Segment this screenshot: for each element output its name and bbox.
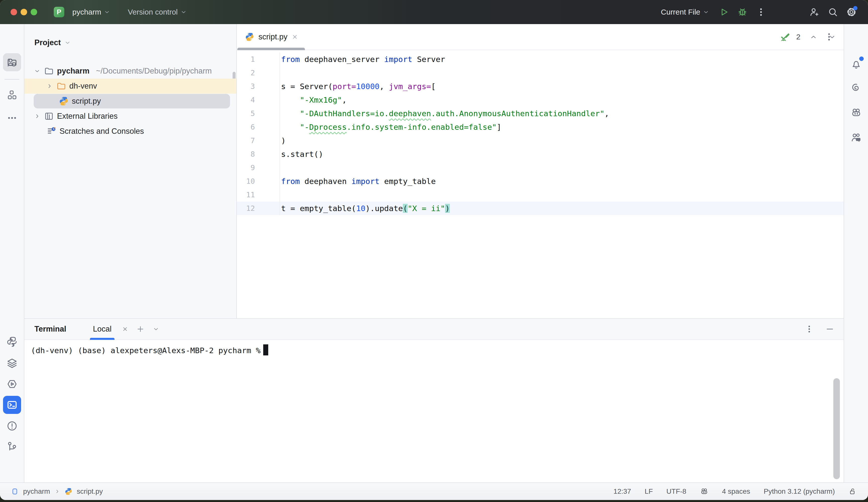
tool-structure-button[interactable] bbox=[3, 86, 21, 104]
project-menu[interactable]: pycharm bbox=[69, 5, 114, 19]
tree-item-label: pycharm bbox=[57, 66, 90, 75]
notification-badge bbox=[859, 56, 864, 61]
code-line-2[interactable]: 2 bbox=[237, 66, 844, 80]
chevron-right-icon bbox=[46, 82, 53, 90]
code-with-me-panel-button[interactable] bbox=[847, 129, 865, 147]
chevron-right-icon bbox=[54, 488, 61, 495]
project-menu-label: pycharm bbox=[72, 8, 101, 16]
code-line-9[interactable]: 9 bbox=[237, 161, 844, 175]
strip-divider bbox=[4, 79, 19, 80]
folder-icon bbox=[44, 66, 54, 76]
new-terminal-tab-button[interactable] bbox=[136, 325, 145, 333]
code-line-7[interactable]: 7) bbox=[237, 134, 844, 147]
tool-python-packages-button[interactable] bbox=[3, 354, 21, 372]
tree-item-label: Scratches and Consoles bbox=[60, 127, 144, 136]
hide-terminal-button[interactable] bbox=[825, 324, 835, 334]
folder-icon bbox=[56, 81, 66, 91]
code-line-8[interactable]: 8s.start() bbox=[237, 147, 844, 161]
breadcrumb-file[interactable]: script.py bbox=[76, 488, 103, 495]
code-line-1[interactable]: 1from deephaven_server import Server bbox=[237, 52, 844, 66]
search-icon bbox=[827, 7, 838, 18]
project-tool-window: Project pycharm ~/Documents/Debug/pip/py… bbox=[24, 24, 237, 318]
code-editor[interactable]: 1from deephaven_server import Server23s … bbox=[237, 50, 844, 318]
project-widget-icon[interactable] bbox=[11, 487, 19, 496]
next-highlight-button[interactable] bbox=[828, 32, 837, 41]
lock-widget[interactable] bbox=[848, 487, 857, 496]
code-with-me-button[interactable] bbox=[806, 4, 822, 20]
chevron-right-icon bbox=[33, 113, 41, 120]
debug-button[interactable] bbox=[734, 4, 751, 20]
run-configuration-selector[interactable]: Current File bbox=[657, 5, 713, 19]
chevron-down-icon bbox=[103, 8, 111, 16]
python-file-icon bbox=[59, 96, 69, 106]
terminal-tool-window: Terminal Local bbox=[24, 318, 844, 482]
project-panel-title[interactable]: Project bbox=[34, 38, 61, 47]
more-actions-button[interactable] bbox=[753, 4, 769, 20]
terminal-output[interactable]: (dh-venv) (base) alexpeters@Alexs-MBP-2 … bbox=[24, 340, 844, 482]
zoom-window-button[interactable] bbox=[31, 9, 37, 15]
previous-highlight-button[interactable] bbox=[809, 32, 818, 41]
tool-learn-button[interactable] bbox=[3, 56, 21, 69]
close-tab-icon[interactable] bbox=[291, 33, 298, 40]
terminal-scrollbar-thumb[interactable] bbox=[833, 378, 840, 479]
search-everywhere-button[interactable] bbox=[825, 4, 841, 20]
tool-version-control-button[interactable] bbox=[3, 438, 21, 456]
code-line-12[interactable]: 12t = empty_table(10).update("X = ii") bbox=[237, 201, 844, 215]
python-console-icon bbox=[6, 336, 18, 348]
close-terminal-tab-button[interactable] bbox=[122, 326, 128, 333]
terminal-tab-dropdown-button[interactable] bbox=[152, 325, 160, 333]
code-line-6[interactable]: 6 "-Dprocess.info.system-info.enabled=fa… bbox=[237, 120, 844, 134]
terminal-header: Terminal Local bbox=[24, 319, 844, 340]
version-control-menu[interactable]: Version control bbox=[124, 5, 190, 19]
title-bar: P pycharm Version control Current File bbox=[0, 0, 868, 24]
close-window-button[interactable] bbox=[11, 9, 17, 15]
right-tool-strip bbox=[844, 24, 868, 482]
tree-item-project-root[interactable]: pycharm ~/Documents/Debug/pip/pycharm bbox=[24, 63, 236, 79]
more-tool-windows-button[interactable] bbox=[3, 109, 21, 127]
terminal-tab-local[interactable]: Local bbox=[90, 319, 114, 339]
code-line-3[interactable]: 3s = Server(port=10000, jvm_args=[ bbox=[237, 80, 844, 93]
scratches-icon bbox=[46, 126, 56, 136]
tree-item-script-py[interactable]: script.py bbox=[24, 94, 236, 109]
ai-status-button[interactable] bbox=[700, 487, 709, 496]
terminal-panel-title[interactable]: Terminal bbox=[34, 325, 66, 334]
code-line-4[interactable]: 4 "-Xmx16g", bbox=[237, 93, 844, 107]
settings-notification-badge bbox=[853, 6, 857, 10]
chevron-down-icon bbox=[180, 8, 187, 16]
indent-widget[interactable]: 4 spaces bbox=[722, 488, 750, 495]
layers-icon bbox=[6, 357, 18, 369]
code-line-11[interactable]: 11 bbox=[237, 188, 844, 201]
pycharm-logo: P bbox=[54, 7, 64, 17]
run-configuration-label: Current File bbox=[661, 8, 700, 16]
tree-item-scratches[interactable]: Scratches and Consoles bbox=[24, 124, 236, 139]
robot-icon bbox=[850, 107, 862, 118]
tool-services-button[interactable] bbox=[3, 375, 21, 393]
tool-problems-button[interactable] bbox=[3, 417, 21, 435]
tool-terminal-button[interactable] bbox=[3, 396, 21, 414]
chevron-down-icon bbox=[152, 325, 160, 333]
code-line-10[interactable]: 10from deephaven import empty_table bbox=[237, 175, 844, 188]
pycharm-window: P pycharm Version control Current File bbox=[0, 0, 868, 500]
lock-open-icon bbox=[848, 487, 857, 496]
breadcrumb-project[interactable]: pycharm bbox=[23, 488, 50, 495]
terminal-icon bbox=[6, 399, 18, 411]
minimize-window-button[interactable] bbox=[21, 9, 27, 15]
ai-assistant-button[interactable] bbox=[847, 79, 865, 97]
terminal-options-button[interactable] bbox=[805, 324, 814, 334]
tool-python-console-button[interactable] bbox=[3, 333, 21, 351]
python-file-icon bbox=[245, 32, 255, 42]
run-button[interactable] bbox=[716, 4, 732, 20]
cursor-position-widget[interactable]: 12:37 bbox=[613, 488, 631, 495]
tree-item-dh-venv[interactable]: dh-venv bbox=[24, 79, 236, 94]
tree-item-external-libraries[interactable]: External Libraries bbox=[24, 109, 236, 124]
settings-button[interactable] bbox=[844, 4, 859, 20]
encoding-widget[interactable]: UTF-8 bbox=[666, 488, 686, 495]
line-ending-widget[interactable]: LF bbox=[645, 488, 653, 495]
coding-agents-button[interactable] bbox=[847, 104, 865, 122]
code-line-5[interactable]: 5 "-DAuthHandlers=io.deephaven.auth.Anon… bbox=[237, 107, 844, 120]
inspections-widget[interactable]: 2 bbox=[779, 31, 837, 43]
tab-script-py[interactable]: script.py bbox=[237, 24, 306, 50]
interpreter-widget[interactable]: Python 3.12 (pycharm) bbox=[764, 488, 835, 495]
inspection-ok-icon bbox=[779, 31, 791, 43]
notifications-button[interactable] bbox=[847, 55, 865, 73]
